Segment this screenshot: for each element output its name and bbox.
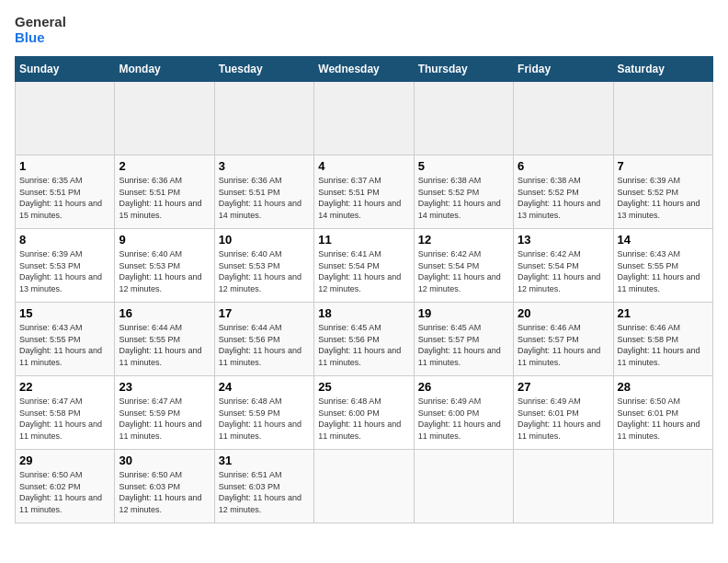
calendar-cell: 30Sunrise: 6:50 AMSunset: 6:03 PMDayligh… [115,450,214,523]
day-info: Sunrise: 6:42 AMSunset: 5:54 PMDaylight:… [418,248,509,294]
day-info: Sunrise: 6:43 AMSunset: 5:55 PMDaylight:… [19,322,110,368]
day-number: 3 [219,159,310,173]
day-header-friday: Friday [514,57,613,82]
day-number: 18 [318,306,409,320]
day-number: 25 [318,380,409,394]
calendar-cell: 23Sunrise: 6:47 AMSunset: 5:59 PMDayligh… [115,376,214,450]
day-info: Sunrise: 6:40 AMSunset: 5:53 PMDaylight:… [219,248,310,294]
calendar-cell: 28Sunrise: 6:50 AMSunset: 6:01 PMDayligh… [613,376,712,450]
day-header-monday: Monday [115,57,214,82]
day-info: Sunrise: 6:35 AMSunset: 5:51 PMDaylight:… [19,175,110,221]
calendar-cell [514,82,613,155]
day-header-wednesday: Wednesday [314,57,414,82]
day-info: Sunrise: 6:43 AMSunset: 5:55 PMDaylight:… [618,248,709,294]
calendar-week-row: 15Sunrise: 6:43 AMSunset: 5:55 PMDayligh… [16,303,713,376]
calendar-cell [613,450,712,523]
day-info: Sunrise: 6:44 AMSunset: 5:56 PMDaylight:… [219,322,310,368]
day-number: 11 [318,233,409,247]
calendar-cell: 22Sunrise: 6:47 AMSunset: 5:58 PMDayligh… [16,376,115,450]
calendar-week-row: 22Sunrise: 6:47 AMSunset: 5:58 PMDayligh… [16,376,713,450]
day-number: 9 [119,233,210,247]
day-info: Sunrise: 6:48 AMSunset: 6:00 PMDaylight:… [318,396,409,442]
calendar-cell [16,82,115,155]
calendar-week-row: 8Sunrise: 6:39 AMSunset: 5:53 PMDaylight… [16,229,713,303]
day-number: 19 [418,306,509,320]
day-number: 26 [418,380,509,394]
day-info: Sunrise: 6:49 AMSunset: 6:00 PMDaylight:… [418,396,509,442]
day-info: Sunrise: 6:49 AMSunset: 6:01 PMDaylight:… [518,396,609,442]
calendar-cell: 9Sunrise: 6:40 AMSunset: 5:53 PMDaylight… [115,229,214,303]
day-info: Sunrise: 6:46 AMSunset: 5:58 PMDaylight:… [618,322,709,368]
day-number: 15 [19,306,110,320]
calendar-week-row: 29Sunrise: 6:50 AMSunset: 6:02 PMDayligh… [16,450,713,523]
day-number: 10 [219,233,310,247]
calendar-cell [314,82,414,155]
day-number: 24 [219,380,310,394]
calendar-cell [314,450,414,523]
day-number: 7 [618,159,709,173]
calendar-cell: 6Sunrise: 6:38 AMSunset: 5:52 PMDaylight… [514,155,613,229]
day-number: 12 [418,233,509,247]
day-number: 6 [518,159,609,173]
day-number: 28 [618,380,709,394]
calendar-cell [214,82,313,155]
day-info: Sunrise: 6:39 AMSunset: 5:52 PMDaylight:… [618,175,709,221]
logo: General Blue GeneralBlue [15,15,66,45]
day-info: Sunrise: 6:42 AMSunset: 5:54 PMDaylight:… [518,248,609,294]
calendar-cell [115,82,214,155]
day-number: 5 [418,159,509,173]
calendar-cell: 4Sunrise: 6:37 AMSunset: 5:51 PMDaylight… [314,155,414,229]
day-header-thursday: Thursday [414,57,513,82]
calendar-cell: 13Sunrise: 6:42 AMSunset: 5:54 PMDayligh… [514,229,613,303]
calendar-cell: 8Sunrise: 6:39 AMSunset: 5:53 PMDaylight… [16,229,115,303]
day-info: Sunrise: 6:38 AMSunset: 5:52 PMDaylight:… [418,175,509,221]
day-number: 8 [19,233,110,247]
day-number: 29 [19,454,110,467]
logo-text: GeneralBlue [15,15,66,45]
calendar-table: SundayMondayTuesdayWednesdayThursdayFrid… [15,56,713,523]
calendar-cell: 15Sunrise: 6:43 AMSunset: 5:55 PMDayligh… [16,303,115,376]
day-info: Sunrise: 6:50 AMSunset: 6:02 PMDaylight:… [19,469,110,515]
day-number: 16 [119,306,210,320]
calendar-cell: 31Sunrise: 6:51 AMSunset: 6:03 PMDayligh… [214,450,313,523]
calendar-cell: 18Sunrise: 6:45 AMSunset: 5:56 PMDayligh… [314,303,414,376]
day-number: 23 [119,380,210,394]
calendar-cell: 16Sunrise: 6:44 AMSunset: 5:55 PMDayligh… [115,303,214,376]
day-info: Sunrise: 6:47 AMSunset: 5:58 PMDaylight:… [19,396,110,442]
day-number: 30 [119,454,210,467]
calendar-cell: 11Sunrise: 6:41 AMSunset: 5:54 PMDayligh… [314,229,414,303]
calendar-cell: 2Sunrise: 6:36 AMSunset: 5:51 PMDaylight… [115,155,214,229]
day-number: 27 [518,380,609,394]
calendar-week-row: 1Sunrise: 6:35 AMSunset: 5:51 PMDaylight… [16,155,713,229]
calendar-cell: 21Sunrise: 6:46 AMSunset: 5:58 PMDayligh… [613,303,712,376]
calendar-cell: 26Sunrise: 6:49 AMSunset: 6:00 PMDayligh… [414,376,513,450]
day-number: 22 [19,380,110,394]
day-number: 13 [518,233,609,247]
day-info: Sunrise: 6:50 AMSunset: 6:03 PMDaylight:… [119,469,210,515]
day-header-saturday: Saturday [613,57,712,82]
page-header: General Blue GeneralBlue [15,15,713,45]
calendar-cell: 29Sunrise: 6:50 AMSunset: 6:02 PMDayligh… [16,450,115,523]
calendar-cell: 14Sunrise: 6:43 AMSunset: 5:55 PMDayligh… [613,229,712,303]
day-info: Sunrise: 6:40 AMSunset: 5:53 PMDaylight:… [119,248,210,294]
calendar-cell: 5Sunrise: 6:38 AMSunset: 5:52 PMDaylight… [414,155,513,229]
day-number: 20 [518,306,609,320]
day-number: 2 [119,159,210,173]
calendar-cell: 19Sunrise: 6:45 AMSunset: 5:57 PMDayligh… [414,303,513,376]
day-info: Sunrise: 6:38 AMSunset: 5:52 PMDaylight:… [518,175,609,221]
calendar-cell: 17Sunrise: 6:44 AMSunset: 5:56 PMDayligh… [214,303,313,376]
calendar-cell: 7Sunrise: 6:39 AMSunset: 5:52 PMDaylight… [613,155,712,229]
day-info: Sunrise: 6:50 AMSunset: 6:01 PMDaylight:… [618,396,709,442]
day-info: Sunrise: 6:47 AMSunset: 5:59 PMDaylight:… [119,396,210,442]
calendar-cell: 25Sunrise: 6:48 AMSunset: 6:00 PMDayligh… [314,376,414,450]
day-number: 21 [618,306,709,320]
day-number: 4 [318,159,409,173]
day-header-sunday: Sunday [16,57,115,82]
day-info: Sunrise: 6:45 AMSunset: 5:57 PMDaylight:… [418,322,509,368]
calendar-cell: 10Sunrise: 6:40 AMSunset: 5:53 PMDayligh… [214,229,313,303]
day-info: Sunrise: 6:37 AMSunset: 5:51 PMDaylight:… [318,175,409,221]
calendar-cell: 12Sunrise: 6:42 AMSunset: 5:54 PMDayligh… [414,229,513,303]
day-header-tuesday: Tuesday [214,57,313,82]
day-number: 17 [219,306,310,320]
calendar-header-row: SundayMondayTuesdayWednesdayThursdayFrid… [16,57,713,82]
